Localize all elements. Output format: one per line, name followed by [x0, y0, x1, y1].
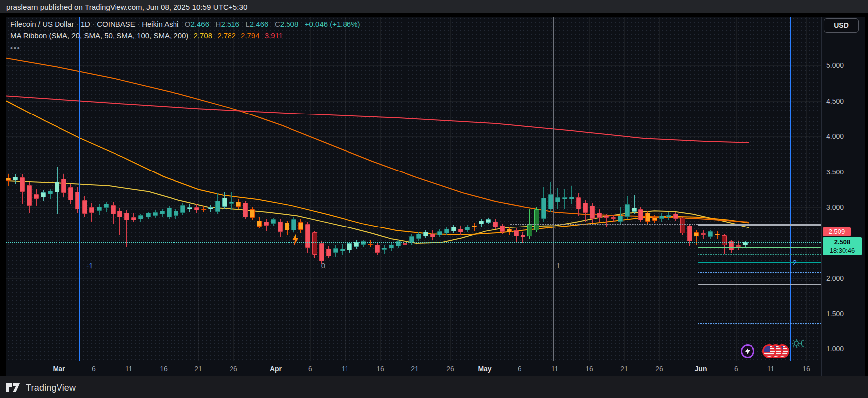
- candle: [131, 217, 136, 220]
- candle: [458, 229, 463, 232]
- indicator-values: 2.708 2.782 2.794 3.911: [191, 31, 283, 40]
- candle: [548, 194, 553, 209]
- open-value: 2.466: [191, 20, 210, 28]
- drawing-horizontal-line[interactable]: [6, 242, 821, 243]
- drawing-horizontal-line[interactable]: [698, 272, 821, 273]
- indicator-row[interactable]: MA Ribbon (SMA, 20, SMA, 50, SMA, 100, S…: [10, 31, 360, 43]
- candle: [479, 221, 484, 224]
- current-price-value: 2.508: [823, 238, 862, 246]
- candle: [521, 235, 525, 238]
- indicator-value: 3.911: [262, 31, 283, 40]
- candle: [208, 207, 213, 209]
- time-tick-label: Mar: [53, 365, 65, 373]
- currency-unit-button[interactable]: USD: [824, 18, 859, 33]
- candle: [437, 231, 442, 236]
- candle: [278, 222, 283, 232]
- price-tick-label: 3.000: [826, 203, 844, 211]
- last-price-badge: 2.509: [823, 227, 851, 236]
- drawing-vertical-line[interactable]: [553, 17, 554, 361]
- candle: [507, 229, 512, 232]
- candle: [174, 211, 178, 216]
- publication-text: praslearn published on TradingView.com, …: [6, 3, 247, 11]
- current-price-countdown-badge: 2.50818:30:46: [823, 237, 862, 255]
- chart-plot-area[interactable]: -1012: [6, 17, 821, 361]
- candle: [160, 211, 165, 214]
- candle: [298, 222, 303, 230]
- change-value: +0.046 (+1.86%): [305, 20, 360, 28]
- candle: [347, 243, 352, 250]
- drawing-horizontal-line[interactable]: [698, 262, 821, 263]
- close-value: 2.508: [280, 20, 299, 28]
- candle: [222, 198, 227, 206]
- time-axis[interactable]: Mar611162126Apr611162126May611162126Jun6…: [6, 361, 821, 376]
- drawing-horizontal-line[interactable]: [698, 323, 821, 324]
- candle: [708, 231, 713, 237]
- event-lightning-icon[interactable]: [741, 344, 754, 358]
- candle: [215, 201, 220, 211]
- candle: [180, 205, 185, 213]
- candle: [534, 209, 539, 230]
- candle: [715, 234, 720, 235]
- drawing-horizontal-line[interactable]: [627, 240, 821, 240]
- candle: [34, 194, 39, 199]
- indicator-value: 2.782: [215, 31, 236, 40]
- open-label: O: [185, 20, 191, 28]
- candle: [694, 232, 699, 236]
- drawing-vertical-line[interactable]: [790, 17, 791, 361]
- candle: [48, 191, 53, 194]
- high-label: H: [216, 20, 221, 28]
- tradingview-published-chart: praslearn published on TradingView.com, …: [0, 0, 868, 398]
- lightning-emoji-sticker[interactable]: [291, 233, 299, 246]
- drawing-vertical-line[interactable]: [316, 17, 316, 361]
- price-tick-label: 1.000: [826, 345, 844, 353]
- tradingview-logo-icon: [6, 382, 21, 394]
- symbol-row[interactable]: Filecoin / US Dollar · 1D · COINBASE · H…: [10, 20, 360, 31]
- axis-corner: [821, 361, 865, 376]
- candle: [319, 243, 324, 261]
- publication-bar: praslearn published on TradingView.com, …: [0, 0, 868, 15]
- drawing-horizontal-line[interactable]: [698, 224, 821, 226]
- price-axis[interactable]: 5.0004.5004.0003.5003.0002.0001.5001.000…: [821, 17, 865, 361]
- price-tick-label: 2.000: [826, 274, 844, 282]
- candle: [541, 198, 546, 218]
- candle: [659, 216, 664, 219]
- candle: [701, 233, 706, 235]
- candle: [257, 221, 262, 226]
- drawing-label: 0: [321, 261, 325, 270]
- legend-more-icon[interactable]: •••: [10, 44, 21, 52]
- indicator-title: MA Ribbon (SMA, 20, SMA, 50, SMA, 100, S…: [10, 31, 188, 40]
- drawing-horizontal-line[interactable]: [510, 224, 698, 225]
- indicator-value: 2.794: [239, 31, 260, 40]
- time-tick-label: 16: [160, 365, 168, 373]
- ma-ribbon-lines: [6, 17, 821, 361]
- candle: [89, 207, 94, 213]
- candle: [326, 249, 331, 256]
- time-tick-label: 6: [308, 365, 312, 373]
- drawing-label: 2: [793, 258, 797, 267]
- candle: [680, 218, 685, 233]
- candle: [611, 217, 616, 219]
- symbol-title: Filecoin / US Dollar: [10, 20, 74, 28]
- candle: [68, 187, 73, 200]
- drawing-horizontal-line[interactable]: [698, 254, 821, 255]
- candle: [6, 178, 11, 181]
- candle: [423, 232, 428, 236]
- candle: [514, 230, 519, 236]
- candle: [55, 182, 59, 192]
- drawing-vertical-line[interactable]: [79, 17, 80, 361]
- candle: [430, 234, 435, 237]
- us-flag-event-icon[interactable]: [762, 344, 776, 358]
- drawing-horizontal-line[interactable]: [698, 247, 821, 248]
- candle: [638, 209, 643, 220]
- candle: [124, 213, 129, 220]
- price-tick-label: 3.500: [826, 168, 844, 176]
- time-tick-label: 21: [620, 365, 628, 373]
- candle: [375, 245, 380, 253]
- candle: [27, 185, 32, 206]
- price-tick-label: 4.000: [826, 132, 844, 140]
- candle: [472, 226, 477, 227]
- candle: [632, 208, 637, 211]
- drawing-horizontal-line[interactable]: [698, 284, 821, 285]
- time-tick-label: 6: [92, 365, 96, 373]
- tradingview-logo[interactable]: TradingView: [6, 382, 76, 394]
